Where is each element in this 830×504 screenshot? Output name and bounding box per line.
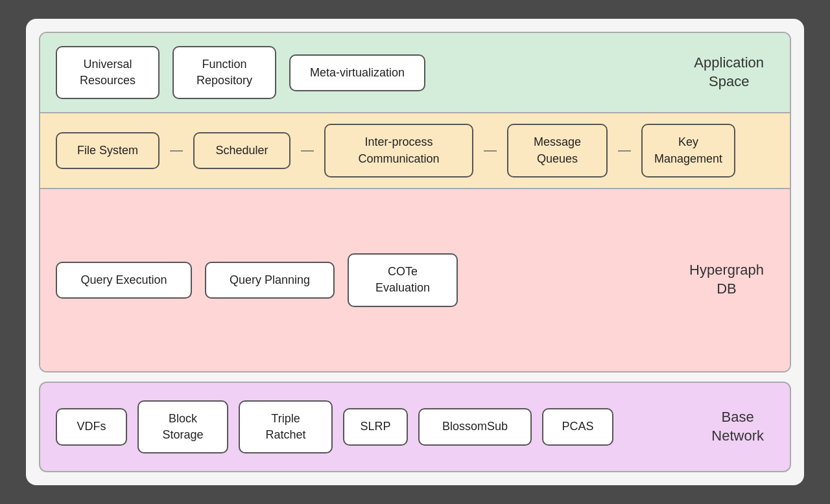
main-diagram: UniversalResources FunctionRepository Me… <box>26 19 804 485</box>
blossomsub-box: BlossomSub <box>418 408 532 445</box>
query-planning-box: Query Planning <box>205 262 335 299</box>
connector-1 <box>170 150 183 152</box>
top-section: UniversalResources FunctionRepository Me… <box>39 32 791 372</box>
base-network-label: BaseNetwork <box>711 408 764 445</box>
meta-virtualization-box: Meta-virtualization <box>289 54 425 91</box>
universal-resources-box: UniversalResources <box>56 46 160 99</box>
cote-evaluation-box: COTeEvaluation <box>348 253 458 306</box>
ipc-box: Inter-processCommunication <box>324 124 473 177</box>
query-execution-box: Query Execution <box>56 262 192 299</box>
scheduler-box: Scheduler <box>193 132 290 169</box>
base-network-layer: VDFs BlockStorage TripleRatchet SLRP Blo… <box>39 382 791 472</box>
connector-4 <box>618 150 631 152</box>
key-management-box: KeyManagement <box>641 124 735 177</box>
block-storage-box: BlockStorage <box>137 400 228 453</box>
pcas-box: PCAS <box>542 408 613 445</box>
file-system-box: File System <box>56 132 160 169</box>
slrp-box: SLRP <box>343 408 408 445</box>
hypergraph-label: HypergraphDB <box>689 262 764 299</box>
vdfs-box: VDFs <box>56 408 127 445</box>
connector-2 <box>301 150 314 152</box>
triple-ratchet-box: TripleRatchet <box>239 400 333 453</box>
app-space-label: ApplicationSpace <box>694 54 764 91</box>
hypergraph-layer: Query Execution Query Planning COTeEvalu… <box>40 189 790 371</box>
message-queues-box: MessageQueues <box>507 124 608 177</box>
app-space-layer: UniversalResources FunctionRepository Me… <box>40 33 790 113</box>
connector-3 <box>484 150 497 152</box>
os-layer: File System Scheduler Inter-processCommu… <box>40 113 790 189</box>
function-repository-box: FunctionRepository <box>172 46 276 99</box>
